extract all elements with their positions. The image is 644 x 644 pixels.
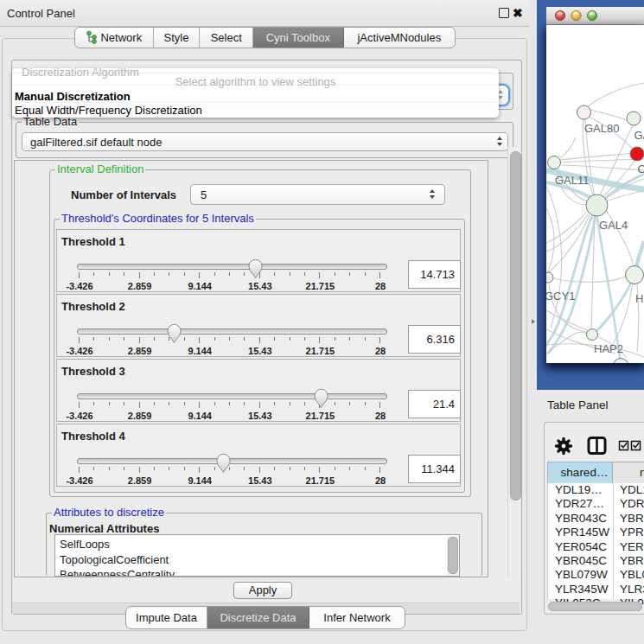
svg-text:HAP2: HAP2: [594, 342, 623, 355]
svg-text:GCY1: GCY1: [546, 290, 575, 303]
svg-text:H: H: [635, 292, 643, 305]
svg-text:C: C: [638, 163, 644, 175]
svg-text:GAL80: GAL80: [584, 122, 619, 135]
svg-text:GAL4: GAL4: [599, 219, 628, 232]
svg-text:GA: GA: [634, 129, 644, 142]
svg-text:GAL11: GAL11: [555, 174, 590, 187]
